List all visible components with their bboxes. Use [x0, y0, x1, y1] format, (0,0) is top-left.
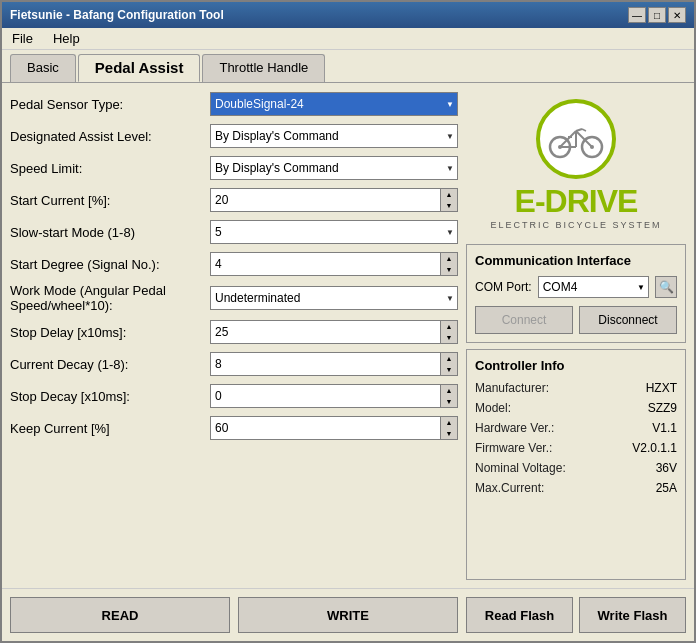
start-degree-spinner: ▲ ▼	[210, 252, 458, 276]
info-row-max-current: Max.Current: 25A	[475, 481, 677, 495]
menu-file[interactable]: File	[6, 29, 39, 48]
start-current-down[interactable]: ▼	[441, 200, 457, 211]
stop-decay-up[interactable]: ▲	[441, 385, 457, 396]
info-label-firmware-ver: Firmware Ver.:	[475, 441, 552, 455]
current-decay-down[interactable]: ▼	[441, 364, 457, 375]
label-start-degree: Start Degree (Signal No.):	[10, 257, 210, 272]
info-label-manufacturer: Manufacturer:	[475, 381, 549, 395]
start-current-input[interactable]	[210, 188, 440, 212]
window-title: Fietsunie - Bafang Configuration Tool	[10, 8, 224, 22]
write-button[interactable]: WRITE	[238, 597, 458, 633]
info-row-manufacturer: Manufacturer: HZXT	[475, 381, 677, 395]
info-label-model: Model:	[475, 401, 511, 415]
connect-disconnect-buttons: Connect Disconnect	[475, 306, 677, 334]
work-mode-wrapper: Undeterminated	[210, 286, 458, 310]
stop-delay-input[interactable]	[210, 320, 440, 344]
stop-decay-down[interactable]: ▼	[441, 396, 457, 407]
pedal-sensor-type-select[interactable]: DoubleSignal-24 SingleSignal	[210, 92, 458, 116]
write-flash-button[interactable]: Write Flash	[579, 597, 686, 633]
svg-line-9	[582, 129, 586, 131]
speed-limit-control: By Display's Command	[210, 156, 458, 180]
tab-throttle-handle[interactable]: Throttle Handle	[202, 54, 325, 82]
form-row-stop-delay: Stop Delay [x10ms]: ▲ ▼	[10, 319, 458, 345]
title-bar: Fietsunie - Bafang Configuration Tool — …	[2, 2, 694, 28]
stop-decay-spinner: ▲ ▼	[210, 384, 458, 408]
current-decay-spinner: ▲ ▼	[210, 352, 458, 376]
info-value-nominal-voltage: 36V	[656, 461, 677, 475]
info-label-max-current: Max.Current:	[475, 481, 544, 495]
stop-decay-spinner-buttons: ▲ ▼	[440, 384, 458, 408]
stop-delay-spinner: ▲ ▼	[210, 320, 458, 344]
com-port-select[interactable]: COM4 COM1 COM2 COM3	[538, 276, 649, 298]
current-decay-up[interactable]: ▲	[441, 353, 457, 364]
info-value-hardware-ver: V1.1	[652, 421, 677, 435]
right-panel: E-DRIVE ELECTRIC BICYCLE SYSTEM Communic…	[466, 91, 686, 580]
stop-delay-down[interactable]: ▼	[441, 332, 457, 343]
close-button[interactable]: ✕	[668, 7, 686, 23]
start-degree-up[interactable]: ▲	[441, 253, 457, 264]
form-row-start-degree: Start Degree (Signal No.): ▲ ▼	[10, 251, 458, 277]
work-mode-control: Undeterminated	[210, 286, 458, 310]
label-stop-decay: Stop Decay [x10ms]:	[10, 389, 210, 404]
communication-interface-box: Communication Interface COM Port: COM4 C…	[466, 244, 686, 343]
designated-assist-level-wrapper: By Display's Command	[210, 124, 458, 148]
maximize-button[interactable]: □	[648, 7, 666, 23]
form-row-slow-start-mode: Slow-start Mode (1-8) 1234 5678	[10, 219, 458, 245]
start-current-up[interactable]: ▲	[441, 189, 457, 200]
tab-pedal-assist[interactable]: Pedal Assist	[78, 54, 201, 82]
edrive-main-text: E-DRIVE	[515, 183, 638, 220]
start-current-spinner: ▲ ▼	[210, 188, 458, 212]
keep-current-down[interactable]: ▼	[441, 428, 457, 439]
stop-delay-up[interactable]: ▲	[441, 321, 457, 332]
tab-bar: Basic Pedal Assist Throttle Handle	[2, 50, 694, 82]
stop-delay-control: ▲ ▼	[210, 320, 458, 344]
main-content: Pedal Sensor Type: DoubleSignal-24 Singl…	[2, 82, 694, 588]
info-label-hardware-ver: Hardware Ver.:	[475, 421, 554, 435]
current-decay-spinner-buttons: ▲ ▼	[440, 352, 458, 376]
stop-decay-input[interactable]	[210, 384, 440, 408]
designated-assist-level-control: By Display's Command	[210, 124, 458, 148]
tab-basic[interactable]: Basic	[10, 54, 76, 82]
speed-limit-wrapper: By Display's Command	[210, 156, 458, 180]
form-row-keep-current: Keep Current [%] ▲ ▼	[10, 415, 458, 441]
svg-line-5	[576, 131, 592, 147]
read-write-area: READ WRITE	[10, 597, 458, 633]
form-row-pedal-sensor-type: Pedal Sensor Type: DoubleSignal-24 Singl…	[10, 91, 458, 117]
stop-delay-spinner-buttons: ▲ ▼	[440, 320, 458, 344]
minimize-button[interactable]: —	[628, 7, 646, 23]
label-stop-delay: Stop Delay [x10ms]:	[10, 325, 210, 340]
form-row-speed-limit: Speed Limit: By Display's Command	[10, 155, 458, 181]
slow-start-mode-select[interactable]: 1234 5678	[210, 220, 458, 244]
current-decay-input[interactable]	[210, 352, 440, 376]
info-label-nominal-voltage: Nominal Voltage:	[475, 461, 566, 475]
menu-help[interactable]: Help	[47, 29, 86, 48]
read-flash-button[interactable]: Read Flash	[466, 597, 573, 633]
bike-svg	[548, 119, 604, 159]
read-button[interactable]: READ	[10, 597, 230, 633]
info-row-firmware-ver: Firmware Ver.: V2.0.1.1	[475, 441, 677, 455]
disconnect-button[interactable]: Disconnect	[579, 306, 677, 334]
speed-limit-select[interactable]: By Display's Command	[210, 156, 458, 180]
work-mode-select[interactable]: Undeterminated	[210, 286, 458, 310]
keep-current-input[interactable]	[210, 416, 440, 440]
flash-buttons-area: Read Flash Write Flash	[466, 597, 686, 633]
connect-button[interactable]: Connect	[475, 306, 573, 334]
info-value-max-current: 25A	[656, 481, 677, 495]
com-search-button[interactable]: 🔍	[655, 276, 677, 298]
form-row-work-mode: Work Mode (Angular Pedal Speed/wheel*10)…	[10, 283, 458, 313]
start-degree-spinner-buttons: ▲ ▼	[440, 252, 458, 276]
left-panel: Pedal Sensor Type: DoubleSignal-24 Singl…	[10, 91, 458, 580]
designated-assist-level-select[interactable]: By Display's Command	[210, 124, 458, 148]
pedal-sensor-type-control: DoubleSignal-24 SingleSignal	[210, 92, 458, 116]
label-designated-assist-level: Designated Assist Level:	[10, 129, 210, 144]
stop-decay-control: ▲ ▼	[210, 384, 458, 408]
form-row-start-current: Start Current [%]: ▲ ▼	[10, 187, 458, 213]
controller-info-title: Controller Info	[475, 358, 677, 373]
info-value-manufacturer: HZXT	[646, 381, 677, 395]
label-slow-start-mode: Slow-start Mode (1-8)	[10, 225, 210, 240]
start-degree-input[interactable]	[210, 252, 440, 276]
current-decay-control: ▲ ▼	[210, 352, 458, 376]
search-icon: 🔍	[659, 280, 674, 294]
start-degree-down[interactable]: ▼	[441, 264, 457, 275]
keep-current-up[interactable]: ▲	[441, 417, 457, 428]
